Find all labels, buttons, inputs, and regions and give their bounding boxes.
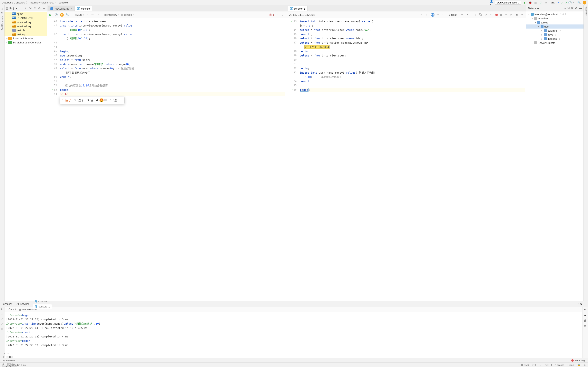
- gear-icon[interactable]: ⚙: [575, 7, 578, 10]
- tab-console_1[interactable]: console_1: [288, 6, 308, 11]
- sort-icon[interactable]: ≡: [490, 13, 493, 17]
- code-editor-left[interactable]: 40414243444546474849505152✓5354 truncate…: [47, 18, 287, 301]
- encoding[interactable]: UTF-8: [545, 364, 552, 366]
- collapse-all-icon[interactable]: ⇱: [571, 7, 573, 10]
- db-tables-node[interactable]: ▾tables1: [526, 20, 584, 25]
- crumb-db-consoles[interactable]: Database Consoles: [2, 1, 25, 4]
- history-icon[interactable]: 🕑: [55, 13, 58, 17]
- project-title[interactable]: Proj...▾: [9, 7, 24, 10]
- caret-position[interactable]: 54:6: [532, 364, 536, 366]
- git-branch[interactable]: ᚱ main: [567, 364, 574, 366]
- db-indexes-node[interactable]: ▸indexes1: [526, 37, 584, 41]
- avatar[interactable]: [583, 1, 586, 4]
- rollback-icon[interactable]: ↶: [91, 13, 95, 17]
- profile-icon[interactable]: ⚗: [539, 1, 543, 4]
- git-update-icon[interactable]: ✓: [557, 1, 560, 4]
- db-server-objects-node[interactable]: ▸Server Objects: [526, 41, 584, 45]
- ime-candidate-popup[interactable]: 1.色了2.涩了3.色4.😍⌨5.涩⌄: [60, 97, 125, 104]
- git-push-icon[interactable]: ↗: [564, 1, 567, 4]
- indent[interactable]: 4 spaces: [555, 364, 564, 366]
- rollback2-icon[interactable]: ↷: [97, 13, 100, 17]
- reload-icon[interactable]: ⟳: [485, 13, 488, 17]
- project-file-session2.sql[interactable]: session2.sql: [4, 24, 47, 28]
- db-keys-node[interactable]: ▸keys1: [526, 33, 584, 37]
- db-table-user[interactable]: ▾user: [526, 25, 584, 29]
- export-icon[interactable]: ⇱: [510, 13, 514, 17]
- external-libraries-node[interactable]: ▸External Libraries: [4, 36, 47, 40]
- tool-project-tab[interactable]: Project: [1, 7, 3, 13]
- ime-candidate-5[interactable]: 5.涩: [110, 98, 117, 103]
- edit-icon[interactable]: ✎: [505, 13, 508, 17]
- error-indicator[interactable]: !1: [269, 13, 274, 16]
- ime-more-icon[interactable]: ⌄: [120, 99, 122, 102]
- next-error-icon[interactable]: ⌄: [282, 13, 285, 17]
- view-icon[interactable]: ▣: [516, 13, 519, 17]
- bottom-tab-git[interactable]: ⌥Git: [2, 352, 17, 355]
- mem-icon[interactable]: ☺: [584, 364, 586, 366]
- console-output[interactable]: interview> begin[2022-01-01 22:27:23] co…: [4, 312, 582, 358]
- project-file-bj.md[interactable]: bj.md: [4, 12, 47, 16]
- record-icon[interactable]: [495, 14, 498, 16]
- tx-mode-dropdown[interactable]: Tx: Auto▾: [73, 13, 84, 16]
- regex-toggle[interactable]: .*: [442, 13, 445, 17]
- user-icon[interactable]: 👤▾: [490, 1, 493, 4]
- db-datasource-node[interactable]: ▾interview@localhost1 of 5: [526, 12, 584, 16]
- bottom-tab-todo[interactable]: ☑TODO: [2, 355, 17, 359]
- gear-icon[interactable]: ⚙: [38, 7, 42, 10]
- ime-candidate-3[interactable]: 3.色: [87, 98, 93, 103]
- tool-pull-requests-tab[interactable]: Pull Requests: [1, 16, 3, 30]
- locate-icon[interactable]: ⌖: [25, 7, 28, 10]
- refresh-icon[interactable]: ↻: [425, 13, 429, 17]
- event-log-button[interactable]: Event Log: [570, 359, 586, 362]
- collapse-icon[interactable]: ⇱: [34, 7, 37, 10]
- services-all-tab[interactable]: All Services: [15, 301, 31, 307]
- expand-icon[interactable]: ⇲: [29, 7, 33, 10]
- prev-error-icon[interactable]: ⌃: [276, 13, 279, 17]
- crumb-datasource[interactable]: interview@localhost: [30, 1, 53, 4]
- git-rollback-icon[interactable]: ↶: [573, 1, 575, 4]
- target-icon[interactable]: ⌖: [564, 7, 566, 10]
- gear-icon[interactable]: ⚙: [580, 302, 582, 305]
- target-icon[interactable]: ⌖: [577, 302, 579, 306]
- bottom-tab-problems[interactable]: ⊘Problems: [2, 359, 17, 362]
- project-file-test.php[interactable]: test.php: [4, 28, 47, 32]
- code-editor-right[interactable]: ✓13141516171819202122232425✓26 insert in…: [287, 18, 527, 301]
- tab-README.md[interactable]: README.md✕: [48, 6, 75, 11]
- tx-icon[interactable]: Tx: [1, 308, 3, 311]
- services-tab-console_1[interactable]: console_1: [33, 304, 52, 309]
- git-commit-icon[interactable]: ✓: [561, 1, 563, 4]
- debug-icon[interactable]: 🐞: [528, 1, 532, 4]
- check-icon[interactable]: ✓: [1, 313, 3, 316]
- tool-database-tab[interactable]: Database: [585, 7, 587, 16]
- tab-console[interactable]: console: [75, 6, 92, 11]
- ime-candidate-2[interactable]: 2.涩了: [74, 98, 84, 103]
- nav-prev-icon[interactable]: ‹›: [461, 13, 465, 17]
- copy-icon[interactable]: ⿻: [479, 13, 483, 17]
- lock-icon[interactable]: 🔒: [578, 364, 580, 366]
- hide-icon[interactable]: —: [43, 7, 46, 10]
- db-schema-node[interactable]: ▾interview: [526, 16, 584, 20]
- search-icon[interactable]: 🔍: [577, 1, 581, 4]
- print-icon[interactable]: 🖶: [584, 319, 587, 322]
- git-history-icon[interactable]: 🕑: [568, 1, 572, 4]
- grid-icon[interactable]: ▦: [500, 13, 503, 17]
- execute-icon[interactable]: ▶: [49, 13, 53, 17]
- pending-icon[interactable]: P: [60, 13, 64, 17]
- datasource-dropdown[interactable]: ▦ interview▾: [104, 13, 119, 16]
- stop-icon[interactable]: ■: [545, 1, 548, 4]
- word-toggle[interactable]: W: [437, 13, 440, 17]
- coverage-icon[interactable]: ◧: [534, 1, 537, 4]
- db-columns-node[interactable]: ▸columns3: [526, 29, 584, 33]
- line-sep[interactable]: LF: [540, 364, 542, 366]
- hide-icon[interactable]: —: [579, 7, 582, 10]
- filter-icon[interactable]: ⚲: [521, 13, 524, 17]
- wrench-icon[interactable]: 🔧: [66, 13, 69, 17]
- scroll-icon[interactable]: ≣: [584, 314, 586, 317]
- project-file-session1.sql[interactable]: session1.sql: [4, 20, 47, 24]
- expand-all-icon[interactable]: ⇲: [567, 7, 570, 10]
- close-icon[interactable]: ✕: [467, 13, 470, 17]
- close-icon[interactable]: ✕: [70, 7, 72, 10]
- php-version[interactable]: PHP: 5.6: [520, 364, 528, 366]
- scratches-node[interactable]: ▸Scratches and Consoles: [4, 40, 47, 44]
- layout-icon[interactable]: ▤: [1, 328, 3, 331]
